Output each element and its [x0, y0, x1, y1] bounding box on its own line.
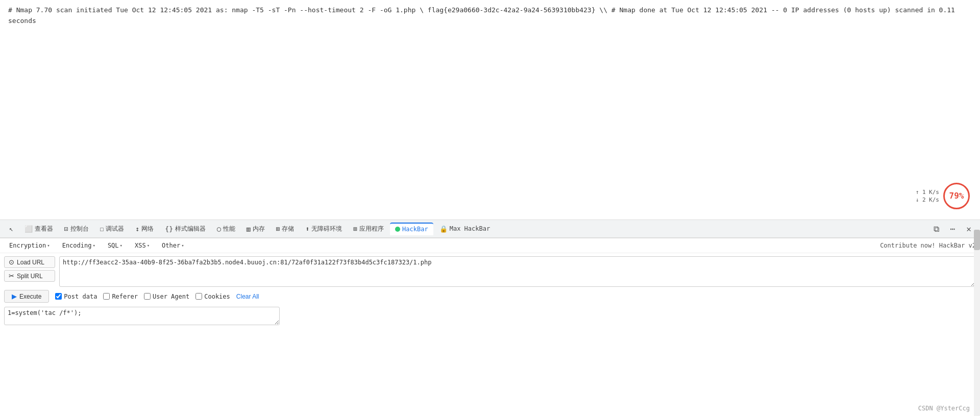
- menu-other[interactable]: Other ▾: [157, 240, 189, 251]
- storage-icon: ⊞: [276, 225, 280, 233]
- speed-text: ↑ 1 K/s ↓ 2 K/s: [916, 188, 939, 204]
- load-url-button[interactable]: ⊙ Load URL: [4, 256, 55, 268]
- tab-storage[interactable]: ⊞ 存储: [271, 223, 300, 235]
- clear-all-button[interactable]: Clear All: [236, 293, 259, 300]
- nmap-output: # Nmap 7.70 scan initiated Tue Oct 12 12…: [8, 6, 955, 25]
- load-icon: ⊙: [9, 258, 14, 266]
- menu-sql[interactable]: SQL ▾: [103, 240, 128, 251]
- debugger-icon: ☐: [100, 225, 104, 233]
- hackbar-dot-icon: [395, 226, 400, 233]
- encryption-arrow: ▾: [47, 243, 50, 248]
- speed-circle: 79%: [943, 183, 970, 209]
- tab-accessibility[interactable]: ⬆ 无障碍环境: [300, 223, 347, 235]
- encoding-arrow: ▾: [92, 243, 95, 248]
- browser-content: # Nmap 7.70 scan initiated Tue Oct 12 12…: [0, 0, 980, 219]
- cookies-checkbox[interactable]: [195, 293, 202, 300]
- pointer-icon: ↖: [9, 225, 13, 233]
- application-icon: ⊞: [353, 225, 357, 233]
- tab-memory[interactable]: ▥ 内存: [241, 223, 270, 235]
- devtools-actions: ⧉ ⋯ ✕: [929, 222, 976, 236]
- contribute-link[interactable]: Contribute now! HackBar v2: [880, 242, 976, 249]
- more-button[interactable]: ⋯: [945, 222, 960, 236]
- hackbar-menubar: Encryption ▾ Encoding ▾ SQL ▾ XSS ▾ Othe…: [0, 238, 980, 253]
- user-agent-checkbox-group[interactable]: User Agent: [144, 293, 189, 300]
- style-editor-icon: {}: [165, 225, 173, 233]
- post-section: [4, 307, 976, 327]
- execute-section: ▶ Execute Post data Referer User Agent C…: [4, 290, 976, 303]
- tab-network[interactable]: ↕ 网络: [130, 223, 159, 235]
- dock-button[interactable]: ⧉: [929, 222, 943, 236]
- csdn-watermark: CSDN @YsterCcg: [918, 405, 970, 412]
- tab-console[interactable]: ⊡ 控制台: [59, 223, 94, 235]
- inspector-icon: ⬜: [24, 225, 33, 233]
- hackbar-content: ⊙ Load URL ✂ Split URL ▶ Execute Post da…: [0, 253, 980, 330]
- network-icon: ↕: [135, 225, 139, 233]
- hackbar-panel: Encryption ▾ Encoding ▾ SQL ▾ XSS ▾ Othe…: [0, 238, 980, 330]
- cookies-checkbox-group[interactable]: Cookies: [195, 293, 230, 300]
- other-arrow: ▾: [181, 243, 184, 248]
- post-data-checkbox-group[interactable]: Post data: [55, 293, 97, 300]
- split-icon: ✂: [9, 272, 14, 280]
- post-data-checkbox[interactable]: [55, 293, 62, 300]
- max-hackbar-icon: 🔒: [439, 225, 448, 233]
- tab-hackbar[interactable]: HackBar: [390, 223, 433, 235]
- execute-button[interactable]: ▶ Execute: [4, 290, 49, 303]
- tab-max-hackbar[interactable]: 🔒 Max HackBar: [434, 223, 495, 235]
- xss-arrow: ▾: [147, 243, 150, 248]
- referer-checkbox[interactable]: [103, 293, 110, 300]
- speed-indicator: ↑ 1 K/s ↓ 2 K/s 79%: [916, 183, 970, 209]
- memory-icon: ▥: [247, 225, 251, 233]
- accessibility-icon: ⬆: [305, 225, 309, 233]
- split-url-button[interactable]: ✂ Split URL: [4, 270, 55, 282]
- sql-arrow: ▾: [120, 243, 122, 248]
- right-scrollbar[interactable]: [974, 230, 980, 416]
- devtools-bar: ↖ ⬜ 查看器 ⊡ 控制台 ☐ 调试器 ↕ 网络 {} 样式编辑器 ◯ 性能 ▥…: [0, 219, 980, 238]
- url-section: ⊙ Load URL ✂ Split URL: [4, 256, 976, 287]
- tab-inspector[interactable]: ⬜ 查看器: [19, 223, 58, 235]
- performance-icon: ◯: [217, 225, 221, 233]
- url-buttons: ⊙ Load URL ✂ Split URL: [4, 256, 55, 282]
- console-icon: ⊡: [64, 225, 68, 233]
- tab-debugger[interactable]: ☐ 调试器: [95, 223, 130, 235]
- menu-encryption[interactable]: Encryption ▾: [4, 240, 55, 251]
- menu-xss[interactable]: XSS ▾: [130, 240, 155, 251]
- menu-encoding[interactable]: Encoding ▾: [57, 240, 101, 251]
- url-input[interactable]: [59, 256, 976, 287]
- user-agent-checkbox[interactable]: [144, 293, 151, 300]
- tab-application[interactable]: ⊞ 应用程序: [348, 223, 389, 235]
- execute-icon: ▶: [12, 292, 17, 300]
- post-data-input[interactable]: [4, 307, 280, 325]
- tab-style-editor[interactable]: {} 样式编辑器: [160, 223, 211, 235]
- devtools-pointer[interactable]: ↖: [4, 223, 18, 235]
- referer-checkbox-group[interactable]: Referer: [103, 293, 138, 300]
- tab-performance[interactable]: ◯ 性能: [212, 223, 240, 235]
- scrollbar-thumb[interactable]: [974, 230, 980, 250]
